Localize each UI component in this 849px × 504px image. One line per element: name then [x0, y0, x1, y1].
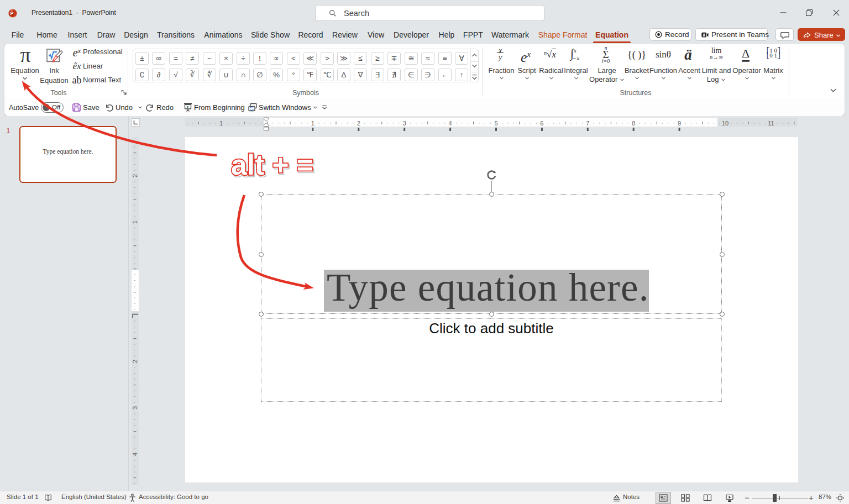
- svg-text:1: 1: [219, 120, 223, 127]
- svg-text:10: 10: [722, 120, 729, 127]
- svg-text:2: 2: [357, 120, 360, 127]
- svg-text:7: 7: [586, 120, 589, 127]
- svg-text:P: P: [10, 11, 13, 16]
- svg-text:11: 11: [768, 120, 774, 127]
- svg-text:9: 9: [678, 120, 681, 127]
- svg-text:2: 2: [132, 360, 138, 363]
- svg-text:1: 1: [132, 221, 138, 224]
- svg-text:3: 3: [403, 120, 406, 127]
- svg-text:5: 5: [494, 120, 497, 127]
- svg-text:1: 1: [311, 120, 315, 127]
- svg-text:6: 6: [540, 120, 543, 127]
- svg-text:3: 3: [132, 406, 138, 410]
- svg-text:2: 2: [132, 174, 138, 177]
- svg-text:4: 4: [449, 120, 452, 127]
- svg-text:4: 4: [132, 453, 138, 456]
- svg-text:8: 8: [632, 120, 635, 127]
